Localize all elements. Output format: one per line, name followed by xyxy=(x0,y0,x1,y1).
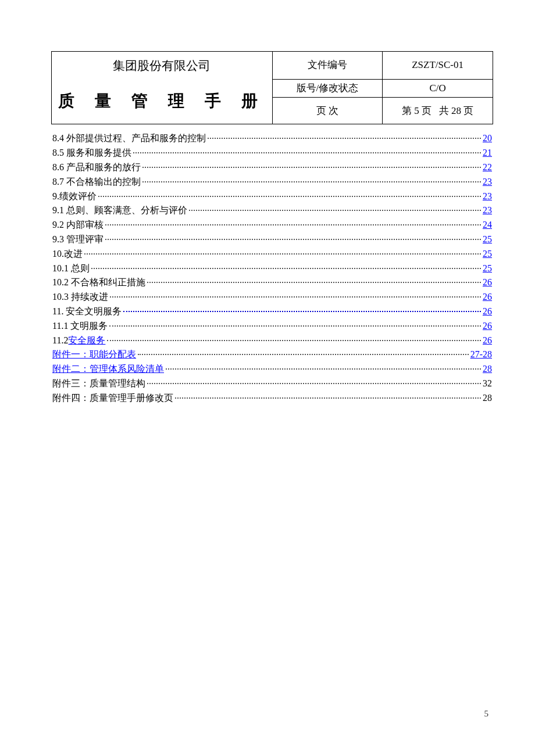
toc-row: 附件四：质量管理手册修改页 28 xyxy=(52,391,492,406)
toc-leader-dots xyxy=(105,224,481,225)
toc-page-link[interactable]: 26 xyxy=(483,275,492,290)
toc-text: 8.4 外部提供过程、产品和服务的控制 xyxy=(52,131,206,146)
table-of-contents: 8.4 外部提供过程、产品和服务的控制 208.5 服务和服务提供 218.6 … xyxy=(51,131,493,405)
toc-leader-dots xyxy=(133,152,481,153)
toc-page-link[interactable]: 23 xyxy=(483,203,492,218)
toc-page-link[interactable]: 23 xyxy=(483,189,492,204)
toc-row: 9.2 内部审核 24 xyxy=(52,218,492,232)
doc-number-label: 文件编号 xyxy=(272,52,383,80)
doc-title: 质 量 管 理 手 册 xyxy=(56,83,268,120)
toc-row: 附件一：职能分配表27-28 xyxy=(52,347,492,362)
toc-leader-dots xyxy=(189,210,481,211)
toc-row: 9.3 管理评审 25 xyxy=(52,232,492,247)
toc-row: 9.1 总则、顾客满意、分析与评价 23 xyxy=(52,203,492,218)
toc-leader-dots xyxy=(105,239,481,240)
toc-text: 11. 安全文明服务 xyxy=(52,304,122,319)
toc-leader-dots xyxy=(123,311,481,312)
toc-page-link[interactable]: 28 xyxy=(483,362,492,377)
toc-row: 10.2 不合格和纠正措施 26 xyxy=(52,275,492,290)
toc-leader-dots xyxy=(110,296,481,298)
version-value: C/O xyxy=(383,79,493,97)
toc-page-link[interactable]: 25 xyxy=(483,261,492,276)
toc-page-link[interactable]: 26 xyxy=(483,304,492,319)
toc-page: 28 xyxy=(483,391,492,406)
toc-page-link[interactable]: 26 xyxy=(483,319,492,334)
page-label-text: 页 次 xyxy=(316,105,338,116)
toc-text: 9.2 内部审核 xyxy=(52,218,104,232)
toc-page: 32 xyxy=(483,377,492,391)
toc-leader-dots xyxy=(107,340,481,341)
toc-leader-dots xyxy=(142,167,481,168)
toc-leader-dots xyxy=(142,181,481,182)
toc-page-link[interactable]: 25 xyxy=(483,247,492,261)
toc-leader-dots xyxy=(91,268,481,269)
toc-text: 10.3 持续改进 xyxy=(52,290,108,304)
toc-row: 附件二：管理体系风险清单28 xyxy=(52,362,492,377)
toc-leader-dots xyxy=(147,282,481,283)
company-name-cell: 集团股份有限公司 xyxy=(52,52,273,80)
toc-leader-dots xyxy=(84,253,481,255)
toc-leader-dots xyxy=(175,397,481,399)
toc-row: 10.3 持续改进 26 xyxy=(52,290,492,304)
toc-page-link[interactable]: 23 xyxy=(483,175,492,189)
toc-row: 9.绩效评价23 xyxy=(52,189,492,204)
toc-row: 8.6 产品和服务的放行 22 xyxy=(52,160,492,175)
header-table: 集团股份有限公司 文件编号 ZSZT/SC-01 质 量 管 理 手 册 版号/… xyxy=(51,51,493,124)
toc-text: 9.1 总则、顾客满意、分析与评价 xyxy=(52,203,187,218)
toc-leader-dots xyxy=(208,138,481,139)
toc-leader-dots xyxy=(138,354,469,355)
toc-prefix: 11.2 xyxy=(52,334,68,348)
toc-page-link[interactable]: 24 xyxy=(483,218,492,232)
toc-row: 附件三：质量管理结构 32 xyxy=(52,377,492,391)
toc-row: 11.2 安全服务26 xyxy=(52,334,492,348)
toc-text: 10.2 不合格和纠正措施 xyxy=(52,275,145,290)
page-container: 集团股份有限公司 文件编号 ZSZT/SC-01 质 量 管 理 手 册 版号/… xyxy=(0,0,535,406)
version-label: 版号/修改状态 xyxy=(272,79,383,97)
toc-leader-dots xyxy=(109,325,481,327)
toc-row: 8.4 外部提供过程、产品和服务的控制 20 xyxy=(52,131,492,146)
page-label: 页 次 xyxy=(272,97,383,124)
toc-text-link[interactable]: 附件一：职能分配表 xyxy=(52,347,136,362)
page-number-footer: 5 xyxy=(484,709,489,719)
toc-leader-dots xyxy=(98,196,481,197)
toc-text: 10.1 总则 xyxy=(52,261,90,276)
toc-page-link[interactable]: 21 xyxy=(483,146,492,160)
page-current: 第 5 页 xyxy=(402,105,431,116)
doc-number-value: ZSZT/SC-01 xyxy=(383,52,493,80)
toc-page-link[interactable]: 26 xyxy=(483,290,492,304)
toc-text: 10.改进 xyxy=(52,247,83,261)
toc-text: 8.6 产品和服务的放行 xyxy=(52,160,141,175)
toc-row: 10.1 总则25 xyxy=(52,261,492,276)
toc-leader-dots xyxy=(166,368,481,370)
toc-page-link[interactable]: 20 xyxy=(483,131,492,146)
page-value: 第 5 页 共 28 页 xyxy=(383,97,493,124)
toc-text: 9.绩效评价 xyxy=(52,189,97,204)
toc-page-link[interactable]: 26 xyxy=(483,334,492,348)
toc-page-link[interactable]: 25 xyxy=(483,232,492,247)
company-name: 集团股份有限公司 xyxy=(56,54,268,77)
toc-row: 10.改进 25 xyxy=(52,247,492,261)
toc-row: 8.7 不合格输出的控制 23 xyxy=(52,175,492,189)
toc-text-link[interactable]: 附件二：管理体系风险清单 xyxy=(52,362,164,377)
toc-row: 11.1 文明服务26 xyxy=(52,319,492,334)
toc-text: 附件四：质量管理手册修改页 xyxy=(52,391,173,406)
toc-text: 8.7 不合格输出的控制 xyxy=(52,175,141,189)
toc-page-link[interactable]: 27-28 xyxy=(470,347,492,362)
toc-page-link[interactable]: 22 xyxy=(483,160,492,175)
toc-row: 8.5 服务和服务提供 21 xyxy=(52,146,492,160)
page-total: 共 28 页 xyxy=(439,105,474,116)
toc-text: 9.3 管理评审 xyxy=(52,232,104,247)
toc-text: 附件三：质量管理结构 xyxy=(52,377,145,391)
toc-text-link[interactable]: 安全服务 xyxy=(68,334,105,348)
toc-text: 8.5 服务和服务提供 xyxy=(52,146,131,160)
toc-row: 11. 安全文明服务26 xyxy=(52,304,492,319)
toc-leader-dots xyxy=(147,383,481,384)
toc-text: 11.1 文明服务 xyxy=(52,319,108,334)
doc-title-cell: 质 量 管 理 手 册 xyxy=(52,79,273,124)
